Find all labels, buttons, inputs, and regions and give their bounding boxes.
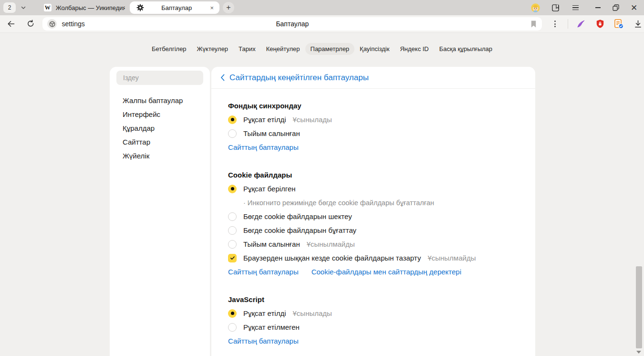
tab-wikipedia[interactable]: W Жолбарыс — Уикипедия: [44, 4, 125, 11]
radio-js-not-allowed[interactable]: [228, 323, 237, 332]
new-tab-button[interactable]: +: [223, 2, 234, 13]
option-row: Рұқсат етілді Ұсынылады: [228, 113, 526, 126]
sidebar-item-tools[interactable]: Құралдар: [110, 121, 210, 135]
sidebar-item-general[interactable]: Жалпы баптаулар: [110, 94, 210, 107]
option-row: Тыйым салынған: [228, 126, 526, 140]
gear-icon: [136, 4, 144, 11]
site-settings-link[interactable]: Сайттың баптаулары: [228, 337, 299, 345]
toolbar-kebab-menu[interactable]: [549, 18, 561, 30]
settings-nav: Бетбелгілер Жүктеулер Тарих Кеңейтулер П…: [0, 43, 644, 55]
restore-icon: [613, 4, 619, 11]
option-row: Бөгде cookie файлдарын бұғаттау: [228, 223, 526, 237]
option-label: Тыйым салынған: [243, 240, 300, 248]
tab-counter-badge[interactable]: 2: [3, 2, 16, 13]
option-hint: Ұсынылмайды: [307, 240, 355, 248]
checkbox-clear-cookies-on-exit-checked[interactable]: [228, 254, 237, 262]
toolbar-divider: [568, 19, 568, 29]
option-row: Рұқсат етілді Ұсынылады: [228, 306, 526, 320]
menu-hamburger-icon[interactable]: [570, 2, 581, 13]
address-bar[interactable]: settings Баптаулар: [42, 17, 542, 31]
cookies-site-data-link[interactable]: Cookie-файлдары мен сайттардың деректері: [312, 268, 461, 276]
radio-cookies-allowed-checked[interactable]: [228, 185, 237, 193]
url-text[interactable]: settings: [62, 20, 84, 28]
nav-tab-downloads[interactable]: Жүктеулер: [192, 43, 234, 55]
option-label: Рұқсат етілді: [243, 115, 286, 124]
wikipedia-favicon: W: [44, 4, 52, 11]
radio-js-allowed-checked[interactable]: [228, 309, 237, 318]
tab-title: Баптаулар: [144, 4, 209, 11]
nav-tab-settings[interactable]: Параметрлер: [305, 43, 355, 55]
nav-tab-other-devices[interactable]: Басқа құрылғылар: [434, 43, 498, 55]
tab-list-button[interactable]: [17, 2, 30, 13]
window-restore-button[interactable]: [608, 1, 624, 14]
back-header[interactable]: Сайттардың кеңейтілген баптаулары: [211, 67, 535, 89]
radio-limit-thirdparty[interactable]: [228, 212, 237, 221]
nav-tab-yandex-id[interactable]: Яндекс ID: [395, 43, 434, 55]
page-title: Баптаулар: [42, 20, 542, 28]
option-label: Рұқсат етілмеген: [243, 323, 300, 331]
back-button[interactable]: [4, 17, 18, 31]
settings-content: Сайттардың кеңейтілген баптаулары Фондық…: [211, 67, 535, 356]
radio-allowed-checked[interactable]: [228, 115, 237, 124]
window-minimize-button[interactable]: [590, 1, 606, 14]
radio-cookies-forbidden[interactable]: [228, 240, 237, 249]
extension-document-check-icon[interactable]: [613, 18, 625, 30]
option-label: Бөгде cookie файлдарын шектеу: [243, 212, 352, 220]
search-input[interactable]: [116, 71, 203, 85]
option-row: Тыйым салынған Ұсынылмайды: [228, 237, 526, 251]
section-title-javascript: JavaScript: [228, 295, 264, 304]
radio-forbidden[interactable]: [228, 129, 237, 138]
option-label: Браузерден шыққан кезде cookie файлдарын…: [243, 254, 421, 262]
chevron-down-icon: [20, 4, 27, 11]
close-tab-icon[interactable]: ×: [209, 4, 215, 12]
sidebar-item-sites[interactable]: Сайттар: [110, 135, 210, 149]
checkmark-icon: [229, 255, 236, 261]
sidebar-item-system[interactable]: Жүйелік: [110, 149, 210, 163]
reload-icon: [26, 20, 35, 29]
sidebar-item-interface[interactable]: Интерфейс: [110, 107, 210, 121]
tabs-panel-icon[interactable]: [550, 2, 561, 13]
option-row: Рұқсат берілген: [228, 182, 526, 196]
option-hint: Ұсынылады: [293, 115, 332, 124]
site-settings-link[interactable]: Сайттың баптаулары: [228, 268, 299, 276]
incognito-note: · Инкогнито режимінде бөгде cookie файлд…: [243, 199, 434, 207]
chevron-left-icon: [220, 74, 225, 81]
window-titlebar: 2 W Жолбарыс — Уикипедия: [0, 0, 644, 15]
profile-avatar[interactable]: [530, 2, 541, 13]
reload-button[interactable]: [24, 17, 38, 31]
extension-feather-icon[interactable]: [575, 18, 587, 30]
settings-sidebar: Жалпы баптаулар Интерфейс Құралдар Сайтт…: [110, 67, 210, 356]
option-label: Рұқсат берілген: [243, 185, 296, 193]
option-label: Рұқсат етілді: [243, 309, 286, 317]
page-section-title: Сайттардың кеңейтілген баптаулары: [229, 73, 369, 83]
nav-tab-history[interactable]: Тарих: [233, 43, 261, 55]
window-close-button[interactable]: ✕: [626, 1, 642, 14]
section-title-background-sync: Фондық синхрондау: [228, 102, 301, 110]
tab-title: Жолбарыс — Уикипедия: [56, 4, 125, 11]
option-label: Бөгде cookie файлдарын бұғаттау: [243, 226, 356, 234]
minimize-icon: [595, 7, 601, 8]
kebab-icon: [554, 21, 556, 27]
option-row: Браузерден шыққан кезде cookie файлдарын…: [228, 251, 526, 265]
scrollbar-thumb[interactable]: [636, 266, 642, 348]
arrow-left-icon: [6, 19, 16, 29]
tab-settings-active[interactable]: Баптаулар ×: [130, 1, 219, 14]
option-hint: Ұсынылмайды: [427, 254, 476, 262]
browser-toolbar: settings Баптаулар: [0, 15, 644, 33]
option-label: Тыйым салынған: [243, 129, 300, 137]
downloads-icon[interactable]: [632, 18, 644, 30]
site-settings-link[interactable]: Сайттың баптаулары: [228, 143, 299, 151]
section-title-cookies: Cookie файлдары: [228, 171, 292, 179]
hamburger-glyph: [572, 5, 579, 10]
radio-block-thirdparty[interactable]: [228, 226, 237, 235]
nav-tab-extensions[interactable]: Кеңейтулер: [261, 43, 305, 55]
bookmark-flag-icon[interactable]: [530, 20, 537, 28]
option-row: Рұқсат етілмеген: [228, 320, 526, 334]
option-hint: Ұсынылады: [293, 309, 332, 317]
extension-shield-lock-icon[interactable]: [594, 18, 606, 30]
option-row: Бөгде cookie файлдарын шектеу: [228, 209, 526, 223]
close-icon: ✕: [631, 4, 637, 12]
nav-tab-security[interactable]: Қауіпсіздік: [354, 43, 395, 55]
scrollbar-down-arrow[interactable]: [636, 351, 641, 354]
nav-tab-bookmarks[interactable]: Бетбелгілер: [146, 43, 192, 55]
